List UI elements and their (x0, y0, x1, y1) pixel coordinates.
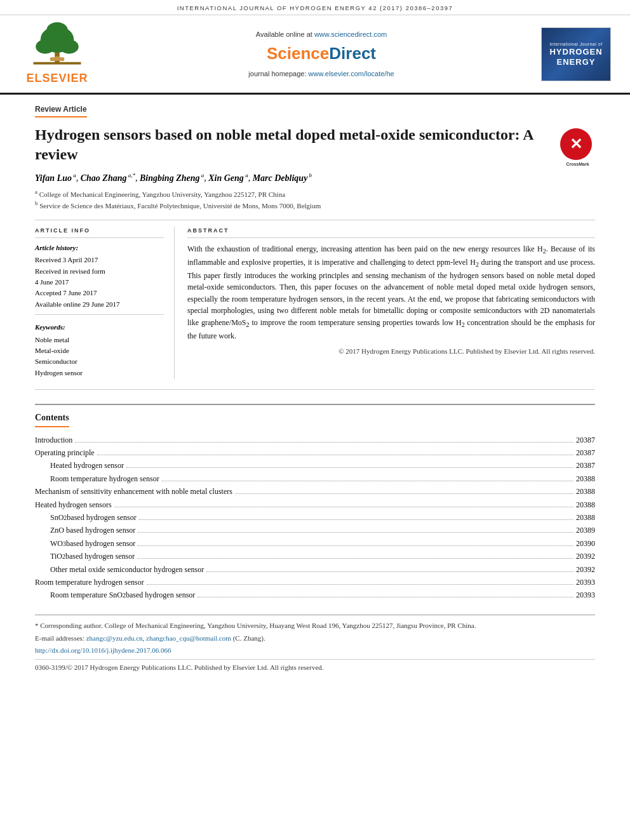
crossmark-label: CrossMark (560, 161, 595, 167)
journal-homepage: journal homepage: www.elsevier.com/locat… (108, 69, 535, 79)
toc-introduction: Introduction 20387 (35, 434, 595, 446)
toc-operating-principle: Operating principle 20387 (35, 446, 595, 459)
keyword-2: Metal-oxide (35, 346, 164, 356)
page-header: ELSEVIER Available online at www.science… (0, 15, 630, 95)
keyword-3: Semiconductor (35, 357, 164, 366)
contents-title: Contents (35, 411, 69, 427)
affil-a: a College of Mechanical Engineering, Yan… (35, 188, 595, 199)
journal-cover-section: International Journal of HYDROGEN ENERGY (541, 27, 617, 81)
affil-b: b Service de Science des Matériaux, Facu… (35, 199, 595, 211)
svg-point-3 (36, 39, 55, 54)
article-info-panel: ARTICLE INFO Article history: Received 3… (35, 227, 175, 379)
author-xin-geng: Xin Geng (208, 173, 244, 182)
article-history-label: Article history: (35, 243, 164, 253)
crossmark-badge[interactable]: ✕ CrossMark (560, 128, 595, 163)
received-date: Received 3 April 2017 (35, 255, 164, 265)
keywords-section: Keywords: Noble metal Metal-oxide Semico… (35, 323, 164, 378)
author-yifan-luo: Yifan Luo (35, 173, 72, 182)
toc-mechanism: Mechanism of sensitivity enhancement wit… (35, 485, 595, 498)
keyword-1: Noble metal (35, 335, 164, 345)
journal-cover-line2: HYDROGEN (549, 47, 602, 57)
email-2-link[interactable]: zhangchao_cqu@hotmail.com (146, 634, 231, 642)
toc-tio2: TiO2 based hydrogen sensor 20392 (35, 550, 595, 563)
abstract-text: With the exhaustion of traditional energ… (187, 243, 595, 342)
toc-room-temp-hydrogen-sensor: Room temperature hydrogen sensor 20388 (35, 472, 595, 485)
doi-line: http://dx.doi.org/10.1016/j.ijhydene.201… (35, 645, 595, 656)
sciencedirect-url[interactable]: www.sciencedirect.com (314, 30, 387, 38)
sciencedirect-logo: ScienceDirect (108, 42, 535, 65)
doi-link[interactable]: http://dx.doi.org/10.1016/j.ijhydene.201… (35, 646, 171, 654)
crossmark-icon: ✕ (570, 137, 582, 152)
received-revised-date: 4 June 2017 (35, 277, 164, 287)
section-divider (35, 220, 595, 220)
toc-room-temp-section: Room temperature hydrogen sensor 20393 (35, 576, 595, 589)
copyright-notice: © 2017 Hydrogen Energy Publications LLC.… (187, 347, 595, 356)
elsevier-wordmark: ELSEVIER (26, 70, 88, 86)
author-bingbing-zheng: Bingbing Zheng (140, 173, 200, 182)
toc-sno2: SnO2 based hydrogen sensor 20388 (35, 511, 595, 524)
footer-notes: * Corresponding author. College of Mecha… (35, 615, 595, 673)
contents-divider-top (35, 389, 595, 390)
keywords-label: Keywords: (35, 323, 164, 332)
keywords-divider (35, 314, 164, 315)
author-marc-debliquy: Marc Debliquy (253, 173, 308, 182)
abstract-panel: ABSTRACT With the exhaustion of traditio… (187, 227, 595, 379)
toc-heated-hydrogen-sensor: Heated hydrogen sensor 20387 (35, 459, 595, 472)
article-info-title: ARTICLE INFO (35, 227, 164, 238)
elsevier-logo-section: ELSEVIER (13, 22, 102, 86)
svg-point-5 (46, 22, 68, 39)
toc-other: Other metal oxide semiconductor hydrogen… (35, 563, 595, 576)
toc-room-temp-sno2: Room temperature SnO2 based hydrogen sen… (35, 589, 595, 601)
journal-cover-line3: ENERGY (557, 57, 596, 67)
author-chao-zhang: Chao Zhang (81, 173, 127, 182)
header-center-info: Available online at www.sciencedirect.co… (108, 30, 535, 79)
available-online-text: Available online at www.sciencedirect.co… (108, 30, 535, 39)
article-type-label: Review Article (35, 104, 87, 117)
contents-section: Contents Introduction 20387 Operating pr… (35, 404, 595, 602)
authors-line: Yifan Luo a, Chao Zhang a,*, Bingbing Zh… (35, 171, 595, 184)
affiliations: a College of Mechanical Engineering, Yan… (35, 188, 595, 211)
issn-note: 0360-3199/© 2017 Hydrogen Energy Publica… (35, 659, 595, 673)
accepted-date: Accepted 7 June 2017 (35, 288, 164, 298)
corresponding-author-note: * Corresponding author. College of Mecha… (35, 620, 595, 631)
journal-cover-image: International Journal of HYDROGEN ENERGY (541, 27, 611, 81)
svg-rect-7 (50, 58, 65, 62)
toc-wo3: WO3 based hydrogen sensor 20390 (35, 537, 595, 550)
keyword-4: Hydrogen sensor (35, 368, 164, 378)
available-online-date: Available online 29 June 2017 (35, 300, 164, 309)
abstract-title: ABSTRACT (187, 227, 595, 238)
paper-title: Hydrogen sensors based on noble metal do… (35, 125, 595, 164)
toc-heated-hydrogen-sensors: Heated hydrogen sensors 20388 (35, 498, 595, 511)
received-revised-label: Received in revised form (35, 267, 164, 276)
journal-homepage-link[interactable]: www.elsevier.com/locate/he (309, 70, 394, 77)
email-1-link[interactable]: zhangc@yzu.edu.cn (86, 634, 143, 642)
svg-point-4 (60, 39, 79, 54)
article-info-abstract: ARTICLE INFO Article history: Received 3… (35, 227, 595, 379)
elsevier-tree-icon (25, 22, 89, 69)
email-line: E-mail addresses: zhangc@yzu.edu.cn, zha… (35, 633, 595, 644)
journal-cover-line1: International Journal of (549, 41, 602, 47)
journal-banner: INTERNATIONAL JOURNAL OF HYDROGEN ENERGY… (0, 0, 630, 15)
toc-zno: ZnO based hydrogen sensor 20389 (35, 524, 595, 537)
main-content: Review Article Hydrogen sensors based on… (0, 95, 630, 685)
